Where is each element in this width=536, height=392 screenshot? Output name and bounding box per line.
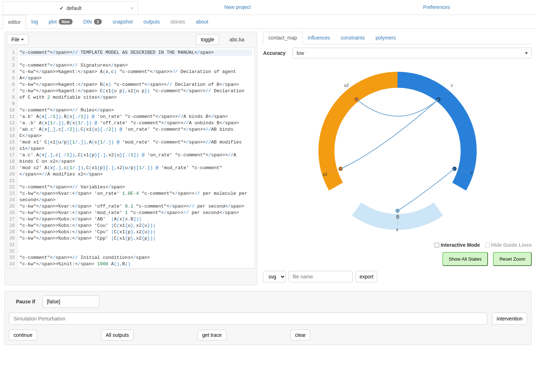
svg-text:c: c: [451, 83, 453, 88]
file-dropdown-button[interactable]: File: [7, 34, 28, 45]
contact-map-svg: C A B x2 x1 c x x: [309, 62, 487, 240]
toggle-button[interactable]: toggle: [196, 34, 219, 45]
tab-influences[interactable]: influences: [303, 32, 336, 44]
checkbox-icon: [435, 243, 439, 247]
tab-outputs[interactable]: outputs: [138, 15, 165, 28]
code-body[interactable]: "c-comment"</span>>// TEMPLATE MODEL AS …: [17, 48, 255, 268]
analysis-panel: contact_map influences constraints polym…: [263, 32, 532, 285]
accuracy-label: Accuracy: [263, 50, 285, 56]
simulation-panel: Pause if intervention continue All outpu…: [4, 291, 532, 345]
accuracy-row: Accuracy low: [263, 44, 532, 62]
preferences-link[interactable]: Preferences: [337, 0, 536, 15]
tab-polymers[interactable]: polymers: [370, 32, 401, 44]
project-tab-default[interactable]: default ×: [3, 1, 138, 15]
project-tab-label: default: [67, 5, 82, 11]
analysis-tabs: contact_map influences constraints polym…: [263, 32, 532, 44]
svg-text:x2: x2: [344, 83, 349, 88]
export-filename-input[interactable]: [289, 271, 353, 282]
tab-log[interactable]: log: [26, 15, 43, 28]
all-outputs-button[interactable]: All outputs: [101, 330, 133, 340]
tab-din[interactable]: DIN2: [78, 15, 107, 28]
svg-text:x1: x1: [322, 172, 327, 177]
code-editor[interactable]: 1234567891011121314151617181920212223242…: [7, 48, 255, 268]
tab-snapshot[interactable]: snapshot: [107, 15, 138, 28]
intervention-button[interactable]: intervention: [492, 313, 527, 325]
contact-map-diagram[interactable]: C A B x2 x1 c x x: [263, 62, 532, 240]
get-trace-button[interactable]: get trace: [198, 330, 226, 340]
hide-guides-checkbox: Hide Guide Lines: [485, 242, 532, 248]
chevron-down-icon: [21, 39, 24, 41]
plot-badge: New: [59, 19, 73, 25]
pause-label: Pause if: [9, 299, 35, 304]
new-project-link[interactable]: New project: [138, 0, 337, 15]
diagram-buttons: Show All States Reset Zoom: [263, 250, 532, 268]
export-button[interactable]: export: [356, 271, 377, 282]
diagram-controls: Interactive Mode Hide Guide Lines: [263, 240, 532, 250]
pause-condition-input[interactable]: [42, 296, 99, 308]
accuracy-select[interactable]: low: [293, 48, 532, 58]
tab-editor[interactable]: editor: [3, 15, 26, 29]
clear-button[interactable]: clear: [290, 330, 310, 340]
line-gutter: 1234567891011121314151617181920212223242…: [7, 48, 17, 268]
export-format-select[interactable]: svg: [263, 271, 286, 282]
sub-navigation: editor log plotNew DIN2 snapshot outputs…: [0, 15, 536, 29]
perturbation-row: intervention: [9, 313, 527, 325]
check-icon: [59, 5, 64, 11]
svg-text:x: x: [470, 170, 473, 175]
svg-text:B: B: [396, 214, 399, 220]
editor-toolbar: File toggle abc.ka: [7, 34, 255, 45]
close-icon[interactable]: ×: [131, 5, 133, 11]
interactive-mode-checkbox[interactable]: Interactive Mode: [435, 242, 480, 248]
chevron-down-icon: [525, 52, 528, 54]
show-all-states-button[interactable]: Show All States: [442, 252, 488, 266]
main-content: File toggle abc.ka 123456789101112131415…: [0, 29, 536, 288]
svg-text:A: A: [464, 133, 470, 136]
tab-stories[interactable]: stories: [165, 15, 190, 28]
perturbation-input[interactable]: [9, 313, 487, 325]
svg-text:C: C: [325, 129, 331, 133]
top-navigation: default × New project Preferences: [0, 0, 536, 15]
svg-text:x: x: [396, 227, 399, 232]
simulation-actions: continue All outputs get trace clear: [9, 330, 527, 340]
editor-panel: File toggle abc.ka 123456789101112131415…: [4, 32, 257, 285]
current-filename: abc.ka: [219, 37, 255, 42]
reset-zoom-button[interactable]: Reset Zoom: [493, 252, 532, 266]
pause-row: Pause if: [9, 296, 527, 308]
continue-button[interactable]: continue: [9, 330, 37, 340]
checkbox-icon: [485, 243, 490, 247]
tab-constraints[interactable]: constraints: [336, 32, 371, 44]
tab-plot[interactable]: plotNew: [43, 15, 78, 28]
export-row: svg export: [263, 268, 532, 285]
tab-about[interactable]: about: [190, 15, 214, 28]
din-badge: 2: [94, 19, 102, 25]
tab-contact-map[interactable]: contact_map: [263, 32, 302, 44]
